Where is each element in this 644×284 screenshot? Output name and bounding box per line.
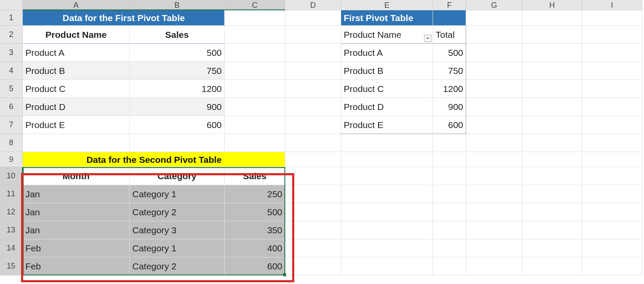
cell-H12[interactable] xyxy=(522,203,582,221)
cell-A3[interactable]: Product A xyxy=(23,44,130,62)
pivot-header-product-name[interactable]: Product Name xyxy=(341,26,433,44)
table2-title-left[interactable] xyxy=(23,152,130,167)
cell-B8[interactable] xyxy=(130,134,225,152)
cell-C4[interactable] xyxy=(225,62,285,80)
cell-G7[interactable] xyxy=(466,116,522,134)
cell-F5[interactable]: 1200 xyxy=(433,80,466,98)
cell-H4[interactable] xyxy=(522,62,582,80)
cell-F7[interactable]: 600 xyxy=(433,116,466,134)
cell-B4[interactable]: 750 xyxy=(130,62,225,80)
table1-title[interactable] xyxy=(130,10,225,26)
cell-A5[interactable]: Product C xyxy=(23,80,130,98)
table2-title-right[interactable] xyxy=(225,152,285,167)
cell-C6[interactable] xyxy=(225,98,285,116)
col-header-F[interactable]: F xyxy=(433,0,466,10)
cell-I11[interactable] xyxy=(582,185,642,203)
cell-I7[interactable] xyxy=(582,116,642,134)
cell-D11[interactable] xyxy=(285,185,341,203)
cell-H14[interactable] xyxy=(522,239,582,257)
row-header-15[interactable]: 15 xyxy=(0,257,23,275)
col-header-G[interactable]: G xyxy=(466,0,522,10)
cell-G12[interactable] xyxy=(466,203,522,221)
cell-A8[interactable] xyxy=(23,134,130,152)
cell-H15[interactable] xyxy=(522,257,582,275)
cell-C5[interactable] xyxy=(225,80,285,98)
col-header-E[interactable]: E xyxy=(341,0,433,10)
row-header-2[interactable]: 2 xyxy=(0,26,23,44)
row-header-6[interactable]: 6 xyxy=(0,98,23,116)
cell-C14[interactable]: 400 xyxy=(225,239,285,257)
table2-title[interactable] xyxy=(130,152,225,167)
cell-F13[interactable] xyxy=(433,221,466,239)
cell-G5[interactable] xyxy=(466,80,522,98)
cell-E4[interactable]: Product B xyxy=(341,62,433,80)
cell-D1[interactable] xyxy=(285,10,341,26)
cell-H3[interactable] xyxy=(522,44,582,62)
cell-D5[interactable] xyxy=(285,80,341,98)
cell-D12[interactable] xyxy=(285,203,341,221)
cell-I6[interactable] xyxy=(582,98,642,116)
cell-I2[interactable] xyxy=(582,26,642,44)
table2-header-category[interactable]: Category xyxy=(130,167,225,185)
table2-header-month[interactable]: Month xyxy=(23,167,130,185)
cell-F15[interactable] xyxy=(433,257,466,275)
cell-D2[interactable] xyxy=(285,26,341,44)
row-header-4[interactable]: 4 xyxy=(0,62,23,80)
cell-H13[interactable] xyxy=(522,221,582,239)
cell-B7[interactable]: 600 xyxy=(130,116,225,134)
cell-G1[interactable] xyxy=(466,10,522,26)
cell-D10[interactable] xyxy=(285,167,341,185)
cell-A14[interactable]: Feb xyxy=(23,239,130,257)
cell-F3[interactable]: 500 xyxy=(433,44,466,62)
cell-E12[interactable] xyxy=(341,203,433,221)
col-header-H[interactable]: H xyxy=(522,0,582,10)
row-header-11[interactable]: 11 xyxy=(0,185,23,203)
row-header-5[interactable]: 5 xyxy=(0,80,23,98)
cell-B5[interactable]: 1200 xyxy=(130,80,225,98)
cell-F11[interactable] xyxy=(433,185,466,203)
cell-D6[interactable] xyxy=(285,98,341,116)
table2-header-sales[interactable]: Sales xyxy=(225,167,285,185)
cell-G10[interactable] xyxy=(466,167,522,185)
cell-I10[interactable] xyxy=(582,167,642,185)
cell-D15[interactable] xyxy=(285,257,341,275)
cell-A11[interactable]: Jan xyxy=(23,185,130,203)
cell-D7[interactable] xyxy=(285,116,341,134)
cell-B12[interactable]: Category 2 xyxy=(130,203,225,221)
row-header-12[interactable]: 12 xyxy=(0,203,23,221)
row-header-14[interactable]: 14 xyxy=(0,239,23,257)
cell-E11[interactable] xyxy=(341,185,433,203)
cell-C13[interactable]: 350 xyxy=(225,221,285,239)
cell-C12[interactable]: 500 xyxy=(225,203,285,221)
cell-F8[interactable] xyxy=(433,134,466,152)
cell-B14[interactable]: Category 1 xyxy=(130,239,225,257)
cell-A12[interactable]: Jan xyxy=(23,203,130,221)
table1-header-product-name[interactable]: Product Name xyxy=(23,26,130,44)
cell-G11[interactable] xyxy=(466,185,522,203)
cell-B13[interactable]: Category 3 xyxy=(130,221,225,239)
select-all-corner[interactable] xyxy=(0,0,23,10)
cell-E5[interactable]: Product C xyxy=(341,80,433,98)
cell-B6[interactable]: 900 xyxy=(130,98,225,116)
cell-C8[interactable] xyxy=(225,134,285,152)
cell-H10[interactable] xyxy=(522,167,582,185)
cell-F4[interactable]: 750 xyxy=(433,62,466,80)
cell-A4[interactable]: Product B xyxy=(23,62,130,80)
cell-B15[interactable]: Category 2 xyxy=(130,257,225,275)
pivot-title[interactable]: First Pivot Table xyxy=(341,10,433,26)
cell-D13[interactable] xyxy=(285,221,341,239)
cell-C7[interactable] xyxy=(225,116,285,134)
cell-I12[interactable] xyxy=(582,203,642,221)
cell-F12[interactable] xyxy=(433,203,466,221)
cell-G13[interactable] xyxy=(466,221,522,239)
cell-H11[interactable] xyxy=(522,185,582,203)
cell-F14[interactable] xyxy=(433,239,466,257)
cell-I8[interactable] xyxy=(582,134,642,152)
cell-E7[interactable]: Product E xyxy=(341,116,433,134)
cell-E8[interactable] xyxy=(341,134,433,152)
cell-I1[interactable] xyxy=(582,10,642,26)
cell-B11[interactable]: Category 1 xyxy=(130,185,225,203)
cell-E13[interactable] xyxy=(341,221,433,239)
cell-H9[interactable] xyxy=(522,152,582,167)
cell-E10[interactable] xyxy=(341,167,433,185)
